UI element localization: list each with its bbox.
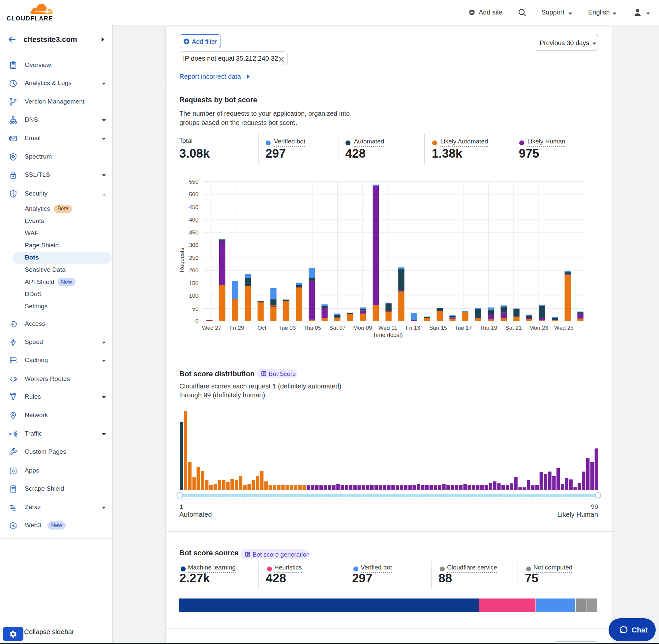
svg-text:Tue 17: Tue 17 — [455, 324, 472, 331]
svg-text:Thu 05: Thu 05 — [304, 324, 322, 331]
svg-text:Oct: Oct — [257, 324, 266, 331]
svg-text:Wed 25: Wed 25 — [554, 324, 573, 331]
svg-text:Requests: Requests — [179, 248, 185, 272]
svg-text:350: 350 — [189, 229, 198, 236]
svg-text:250: 250 — [189, 255, 198, 261]
svg-text:550: 550 — [189, 178, 198, 185]
svg-text:50: 50 — [192, 305, 198, 312]
svg-text:300: 300 — [189, 242, 198, 248]
svg-text:Mon 23: Mon 23 — [529, 324, 548, 331]
svg-text:Mon 09: Mon 09 — [353, 324, 372, 331]
svg-text:Fri 13: Fri 13 — [406, 324, 420, 331]
svg-text:450: 450 — [189, 204, 198, 210]
svg-text:400: 400 — [189, 216, 198, 223]
svg-text:150: 150 — [189, 280, 198, 286]
svg-text:Sat 07: Sat 07 — [329, 324, 346, 331]
svg-text:Tue 03: Tue 03 — [279, 324, 296, 331]
svg-text:Fri 29: Fri 29 — [230, 324, 244, 331]
svg-text:Thu 19: Thu 19 — [480, 324, 497, 331]
svg-text:500: 500 — [189, 191, 198, 198]
svg-text:0: 0 — [195, 318, 198, 324]
svg-text:100: 100 — [189, 293, 198, 299]
svg-text:Sun 15: Sun 15 — [429, 324, 447, 331]
svg-text:Wed 27: Wed 27 — [202, 324, 221, 331]
svg-text:Time (local): Time (local) — [373, 332, 402, 338]
svg-text:200: 200 — [189, 267, 198, 274]
svg-text:Wed 11: Wed 11 — [378, 324, 397, 331]
svg-text:Sat 21: Sat 21 — [505, 324, 522, 331]
